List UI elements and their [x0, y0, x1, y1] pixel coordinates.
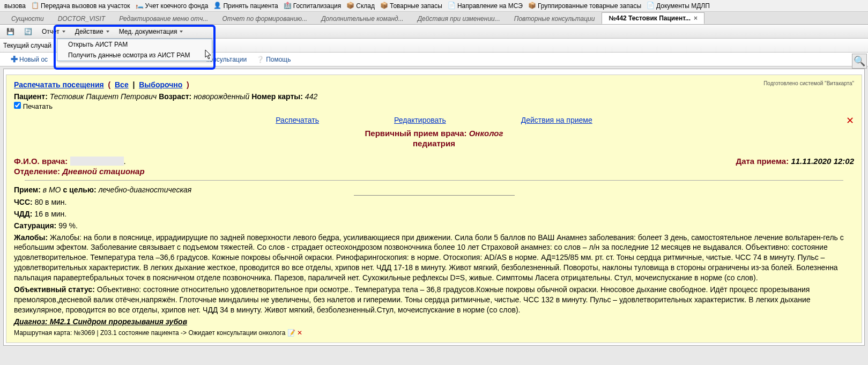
zoom-icon[interactable]: 🔍	[854, 55, 865, 67]
print-checkbox-label[interactable]: Печатать	[14, 102, 53, 110]
doc-title: Первичный прием врача: Онколог	[14, 129, 854, 138]
help-link[interactable]: ❔Помощь	[256, 56, 291, 63]
menu-transfer[interactable]: 📋Передача вызовов на участок	[29, 1, 132, 11]
tab-patient-442[interactable]: №442 Тестовик Пациент...×	[602, 12, 704, 24]
new-exam-link[interactable]: ✚Новый ос	[11, 54, 48, 64]
top-links: Распечатать посещения ( Все | Выборочно …	[14, 80, 854, 89]
tab-report[interactable]: Отчет по формированию...	[215, 13, 314, 24]
dropdown-open-aist[interactable]: Открыть АИСТ РАМ	[57, 39, 212, 50]
patient-line: Пациент: Тестовик Пациент Петрович Возра…	[14, 92, 854, 101]
tab-extra-cmd[interactable]: Дополнительные команд...	[314, 13, 411, 24]
doc-subtitle: педиатрия	[14, 139, 854, 148]
all-link[interactable]: Все	[115, 80, 129, 89]
route-delete-icon[interactable]: ✕	[297, 329, 302, 337]
tab-doctor-visit[interactable]: DOCTOR_VISIT	[51, 13, 112, 24]
document-content: Подготовлено системой "Витакарта" Распеч…	[6, 75, 862, 343]
current-case-label: Текущий случай	[3, 42, 51, 49]
action-dropdown[interactable]: Действие	[72, 27, 113, 36]
tab-onchange[interactable]: Действия при изменении...	[411, 13, 507, 24]
menu-mse[interactable]: 📄Направление на МСЭ	[446, 1, 525, 11]
tab-entities[interactable]: Сущности	[4, 13, 51, 24]
plus-icon: ✚	[11, 54, 18, 64]
right-tools: 🔍	[852, 54, 867, 69]
visit-body: Прием: в МО с целью: лечебно-диагностиче…	[14, 185, 854, 337]
dept-row: Отделение: Дневной стационар	[14, 167, 854, 176]
print-link[interactable]: Распечатать	[276, 116, 319, 124]
actions-on-visit-link[interactable]: Действия на приеме	[521, 116, 592, 124]
tab-close-icon[interactable]: ×	[694, 14, 698, 22]
print-visits-link[interactable]: Распечатать посещения	[14, 80, 104, 89]
selective-link[interactable]: Выборочно	[139, 80, 182, 89]
menu-hospitalization[interactable]: 🏥Госпитализация	[281, 1, 344, 11]
doctor-row: Ф.И.О. врача: . Дата приема: 11.11.2020 …	[14, 157, 854, 166]
consult-link[interactable]: консультации	[206, 56, 247, 63]
menu-beds[interactable]: 🛏️Учет коечного фонда	[133, 1, 211, 11]
menu-store[interactable]: 📦Склад	[344, 1, 377, 11]
tab-edit-menu[interactable]: Редактирование меню отч...	[112, 13, 215, 24]
help-icon: ❔	[256, 56, 264, 63]
mid-actions: Распечатать Редактировать Действия на пр…	[14, 116, 854, 124]
menu-mdlp[interactable]: 📄Документы МДЛП	[644, 1, 712, 11]
action-dropdown-panel: Открыть АИСТ РАМ Получить данные осмотра…	[57, 39, 212, 61]
report-dropdown[interactable]: Отчет	[39, 27, 69, 36]
menu-grouped-stock[interactable]: 📦Группированные товарные запасы	[526, 1, 643, 11]
close-icon[interactable]: ✕	[846, 115, 854, 126]
watermark: Подготовлено системой "Витакарта"	[763, 80, 854, 86]
tabs-bar: Сущности DOCTOR_VISIT Редактирование мен…	[0, 12, 868, 25]
meddoc-dropdown[interactable]: Мед. документация	[116, 27, 187, 36]
menu-accept-patient[interactable]: 👤Принять пациента	[211, 1, 280, 11]
menu-call[interactable]: вызова	[2, 2, 28, 10]
menu-stock[interactable]: 📦Товарные запасы	[378, 1, 444, 11]
edit-link[interactable]: Редактировать	[394, 116, 446, 124]
top-toolbar: вызова 📋Передача вызовов на участок 🛏️Уч…	[0, 0, 868, 12]
tab-repeat-consult[interactable]: Повторные консультации	[507, 13, 602, 24]
document-area: Подготовлено системой "Витакарта" Распеч…	[3, 69, 865, 346]
route-edit-icon[interactable]: 📝	[287, 329, 295, 337]
refresh-icon[interactable]: 🔄	[21, 27, 35, 36]
save-icon[interactable]: 💾	[3, 27, 18, 36]
dropdown-get-aist-data[interactable]: Получить данные осмотра из АИСТ РАМ	[57, 50, 212, 61]
action-bar: 💾 🔄 Отчет Действие Мед. документация	[0, 25, 868, 39]
print-checkbox[interactable]	[14, 102, 21, 109]
